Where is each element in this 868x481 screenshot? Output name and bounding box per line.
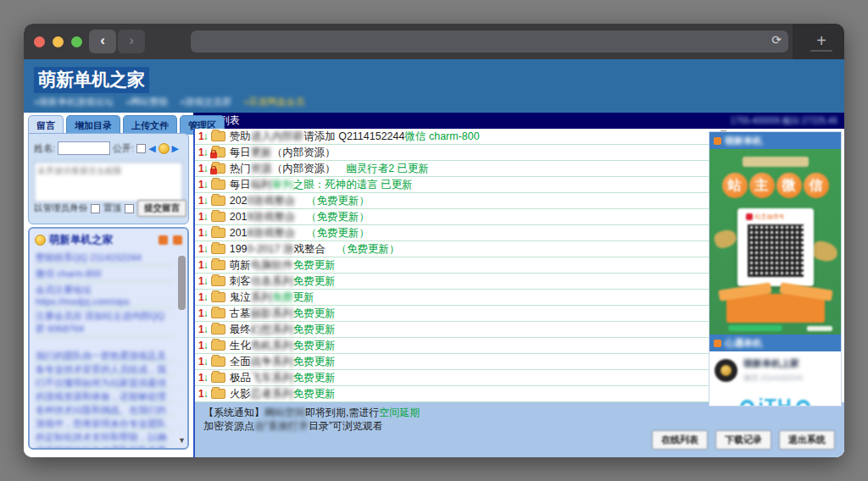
site-title: 萌新单机之家 bbox=[34, 67, 149, 93]
directory-row[interactable]: 1↓1990-2017 游戏整合 （免费更新） bbox=[195, 241, 719, 257]
sidebar-tab-上传文件[interactable]: 上传文件 bbox=[123, 115, 177, 135]
minimize-window-button[interactable] bbox=[53, 36, 64, 47]
text-segment: （免费更新） bbox=[336, 242, 399, 257]
info-panel-title: 萌新单机之家 bbox=[49, 233, 113, 247]
public-checkbox[interactable] bbox=[136, 144, 146, 153]
directory-row[interactable]: 1↓刺客信条系列 免费更新 bbox=[195, 274, 719, 290]
sidebar-tab-留言[interactable]: 留言 bbox=[28, 115, 64, 135]
public-label: 公开: bbox=[113, 142, 134, 155]
sort-icon[interactable]: 1↓ bbox=[198, 131, 208, 141]
info-scrollbar[interactable]: ▼ bbox=[176, 232, 186, 445]
admin-checkbox[interactable] bbox=[91, 204, 100, 213]
sort-icon[interactable]: 1↓ bbox=[198, 163, 208, 174]
zoom-window-button[interactable] bbox=[71, 36, 82, 47]
sort-icon[interactable]: 1↓ bbox=[198, 340, 208, 351]
text-segment: 进入内部群 bbox=[251, 130, 304, 144]
footer-buttons: 在线列表下载记录退出系统 bbox=[652, 430, 835, 450]
site-header: 萌新单机之家 »萌新单机游戏论坛»网站赞助»游戏交流群»百度网盘会员 bbox=[24, 59, 844, 113]
close-window-button[interactable] bbox=[34, 36, 45, 47]
directory-row[interactable]: 1↓每日福利 审判之眼：死神的遗言 已更新 bbox=[195, 177, 719, 193]
text-segment: 即将到期,需进行 bbox=[305, 406, 379, 418]
info-line: 注册会员后 添加站主进内部QQ群 6068764 bbox=[36, 308, 174, 337]
sort-icon[interactable]: 1↓ bbox=[198, 260, 208, 270]
folder-icon bbox=[211, 389, 225, 399]
directory-row[interactable]: 1↓鬼泣系列 免费更新 bbox=[195, 290, 719, 306]
text-segment: 空间延期 bbox=[379, 406, 420, 418]
directory-row[interactable]: 1↓最终幻想系列 免费更新 bbox=[195, 322, 719, 338]
folder-icon bbox=[211, 308, 225, 318]
text-segment: 8游戏整合 bbox=[248, 226, 296, 240]
url-bar[interactable]: ⟳ bbox=[191, 30, 788, 53]
directory-row[interactable]: 1↓热门资源（内部资源） 幽灵行者2 已更新 bbox=[195, 161, 719, 177]
sort-icon[interactable]: 1↓ bbox=[198, 228, 208, 238]
footer-button-在线列表[interactable]: 在线列表 bbox=[652, 430, 708, 450]
text-segment: 免费更新 bbox=[293, 339, 336, 353]
folder-icon bbox=[211, 340, 225, 351]
footer-button-下载记录[interactable]: 下载记录 bbox=[715, 430, 771, 450]
text-segment: 击“直接打开 bbox=[254, 420, 309, 432]
avatar bbox=[715, 359, 737, 382]
sort-icon[interactable]: 1↓ bbox=[198, 244, 208, 254]
wechat-avatar-icon bbox=[746, 213, 753, 220]
scroll-down-icon[interactable]: ▼ bbox=[178, 436, 186, 445]
scrollbar-thumb[interactable] bbox=[178, 256, 186, 310]
nav-link[interactable]: »萌新单机游戏论坛 bbox=[34, 96, 114, 108]
nav-link[interactable]: »游戏交流群 bbox=[180, 96, 231, 108]
directory-row[interactable]: 1↓火影忍者系列 免费更新 bbox=[195, 386, 719, 402]
footer-button-退出系统[interactable]: 退出系统 bbox=[779, 430, 835, 450]
new-tab-button[interactable]: + bbox=[810, 31, 832, 52]
text-segment: 丽影系列 bbox=[251, 307, 293, 321]
folder-icon bbox=[211, 228, 225, 238]
directory-row[interactable]: 1↓极品飞车系列 免费更新 bbox=[195, 370, 719, 386]
text-segment: 飞车系列 bbox=[251, 371, 293, 385]
lock-icon bbox=[210, 169, 217, 174]
sort-icon[interactable]: 1↓ bbox=[198, 180, 208, 190]
directory-row[interactable]: 1↓每日更新（内部资源） bbox=[195, 145, 719, 161]
sort-icon[interactable]: 1↓ bbox=[198, 212, 208, 222]
next-arrow-icon[interactable]: ▶ bbox=[172, 143, 179, 154]
directory-row[interactable]: 1↓古墓丽影系列 免费更新 bbox=[195, 306, 719, 322]
text-segment: 【系统通知】 bbox=[203, 406, 264, 418]
sort-icon[interactable]: 1↓ bbox=[198, 324, 208, 334]
directory-row[interactable]: 1↓2018游戏整合 （免费更新） bbox=[195, 225, 719, 241]
directory-row[interactable]: 1↓生化危机系列 免费更新 bbox=[195, 338, 719, 354]
directory-row[interactable]: 1↓2019游戏整合 （免费更新） bbox=[195, 209, 719, 225]
directory-row[interactable]: 1↓赞助进入内部群 请添加 Q2114152244 微信 charm-800 bbox=[195, 129, 719, 145]
header-nav: »萌新单机游戏论坛»网站赞助»游戏交流群»百度网盘会员 bbox=[34, 96, 305, 108]
prev-arrow-icon[interactable]: ◀ bbox=[148, 143, 155, 154]
text-segment: 福利 bbox=[251, 178, 272, 192]
submit-message-button[interactable]: 提交留言 bbox=[137, 200, 186, 217]
sort-icon[interactable]: 1↓ bbox=[198, 389, 208, 399]
sort-icon[interactable]: 1↓ bbox=[198, 292, 208, 302]
name-input[interactable] bbox=[58, 141, 110, 155]
text-segment: 之眼：死神的遗言 已更新 bbox=[293, 178, 413, 192]
emoji-icon[interactable] bbox=[159, 143, 170, 154]
forward-button[interactable]: › bbox=[118, 30, 145, 53]
text-segment: （免费更新） bbox=[296, 194, 370, 208]
directory-row[interactable]: 1↓萌新电脑软件 免费更新 bbox=[195, 257, 719, 274]
back-button[interactable]: ‹ bbox=[89, 30, 116, 53]
text-segment: 战争系列 bbox=[251, 355, 293, 369]
sidebar-tab-增加目录[interactable]: 增加目录 bbox=[66, 115, 120, 135]
nav-link[interactable]: »百度网盘会员 bbox=[243, 96, 304, 108]
profile-sub: 微信 2114152244 bbox=[743, 373, 803, 384]
sort-icon[interactable]: 1↓ bbox=[198, 357, 208, 367]
reload-icon[interactable]: ⟳ bbox=[771, 33, 782, 47]
text-segment: 每日 bbox=[230, 178, 251, 192]
pin-label: 置顶 bbox=[103, 202, 121, 214]
sort-icon[interactable]: 1↓ bbox=[198, 373, 208, 383]
text-segment: 幻想系列 bbox=[251, 323, 293, 337]
text-segment: 请添加 Q2114152244 bbox=[303, 130, 404, 144]
wechat-panel-title: 萌新单机 bbox=[725, 135, 762, 147]
sort-icon[interactable]: 1↓ bbox=[198, 308, 208, 318]
directory-row[interactable]: 1↓全面战争系列 免费更新 bbox=[195, 354, 719, 370]
directory-row[interactable]: 1↓2020游戏整合 （免费更新） bbox=[195, 193, 719, 209]
lock-icon bbox=[210, 152, 217, 158]
sort-icon[interactable]: 1↓ bbox=[198, 276, 208, 286]
wechat-qr-poster[interactable]: 站主微信 站主微信号 bbox=[709, 149, 841, 334]
nav-link[interactable]: »网站赞助 bbox=[125, 96, 168, 108]
sort-icon[interactable]: 1↓ bbox=[198, 196, 208, 206]
message-textarea[interactable] bbox=[34, 162, 183, 202]
sort-icon[interactable]: 1↓ bbox=[198, 147, 208, 158]
pin-checkbox[interactable] bbox=[125, 204, 134, 213]
